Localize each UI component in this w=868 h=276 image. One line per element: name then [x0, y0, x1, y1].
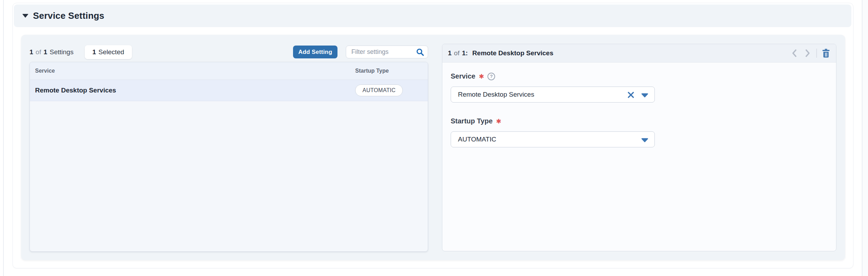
dropdown-caret-icon[interactable] — [641, 92, 649, 98]
column-header-service: Service — [30, 68, 55, 74]
left-panel-divider — [3, 0, 4, 276]
startup-type-field-label: Startup Type — [451, 117, 493, 125]
detail-header-title: 1 of 1: Remote Desktop Services — [448, 49, 553, 57]
right-panel-divider — [862, 0, 868, 276]
selected-label: Selected — [99, 48, 124, 56]
next-setting-button[interactable] — [803, 49, 812, 58]
settings-count: 1 of 1 Settings — [30, 45, 74, 59]
detail-total: 1: — [462, 49, 468, 57]
required-asterisk: ✱ — [496, 118, 501, 124]
startup-type-select-value: AUTOMATIC — [458, 136, 496, 143]
clear-x-icon[interactable] — [627, 91, 635, 99]
trash-icon — [821, 48, 831, 58]
count-current: 1 — [30, 48, 33, 56]
detail-of: of — [454, 49, 460, 57]
startup-type-field-label-row: Startup Type ✱ — [451, 117, 836, 125]
chevron-left-icon — [790, 48, 799, 58]
row-service-name: Remote Desktop Services — [30, 87, 116, 94]
search-icon[interactable] — [416, 48, 424, 56]
service-field-label-row: Service ✱ ? — [451, 72, 836, 80]
delete-setting-button[interactable] — [821, 48, 831, 58]
detail-body: Service ✱ ? Remote Desktop Services — [442, 63, 836, 147]
service-settings-page: Service Settings 1 of 1 Settings 1 Selec… — [0, 0, 868, 276]
required-asterisk: ✱ — [479, 73, 484, 80]
detail-title: Remote Desktop Services — [472, 49, 553, 57]
service-select[interactable]: Remote Desktop Services — [451, 87, 655, 103]
count-total: 1 — [43, 48, 47, 56]
startup-type-badge: AUTOMATIC — [355, 84, 403, 96]
service-field-label: Service — [451, 72, 475, 80]
section-header[interactable]: Service Settings — [14, 5, 851, 27]
setting-detail-card: 1 of 1: Remote Desktop Services — [442, 44, 836, 251]
startup-type-select[interactable]: AUTOMATIC — [451, 131, 655, 147]
column-header-startup-type: Startup Type — [355, 68, 389, 74]
detail-header: 1 of 1: Remote Desktop Services — [442, 44, 836, 63]
count-label: Settings — [50, 48, 74, 56]
service-settings-card: Service Settings 1 of 1 Settings 1 Selec… — [12, 3, 853, 268]
previous-setting-button[interactable] — [790, 49, 799, 58]
selected-count: 1 — [92, 48, 96, 56]
settings-table: Service Startup Type Remote Desktop Serv… — [30, 62, 428, 252]
collapse-caret-icon[interactable] — [22, 14, 28, 18]
dropdown-caret-icon[interactable] — [641, 137, 649, 143]
service-select-value: Remote Desktop Services — [458, 91, 534, 98]
header-divider — [816, 49, 817, 58]
settings-panel: 1 of 1 Settings 1 Selected Add Setting — [21, 35, 845, 260]
table-row[interactable]: Remote Desktop Services AUTOMATIC — [30, 80, 428, 101]
detail-header-controls — [790, 48, 831, 58]
chevron-right-icon — [803, 48, 812, 58]
section-title: Service Settings — [33, 10, 105, 21]
detail-position: 1 — [448, 49, 452, 57]
selected-filter-chip[interactable]: 1 Selected — [85, 45, 132, 59]
count-of: of — [36, 48, 41, 56]
add-setting-button[interactable]: Add Setting — [293, 46, 337, 58]
filter-settings-field — [346, 46, 428, 58]
settings-table-header: Service Startup Type — [30, 62, 428, 80]
help-icon[interactable]: ? — [487, 73, 495, 80]
